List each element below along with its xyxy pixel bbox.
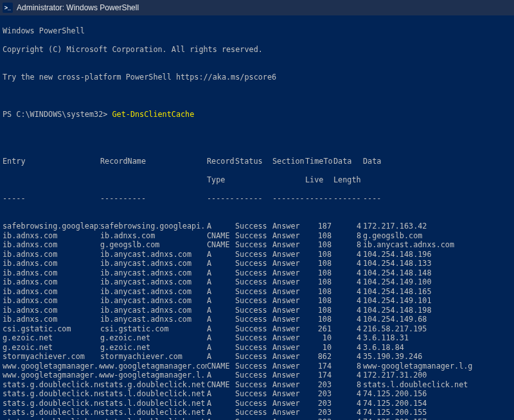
cell-recordname: ib.anycast.adnxs.com (100, 259, 207, 268)
cell-recordname: g.ezoic.net (100, 343, 207, 353)
cell-recordname: ib.anycast.adnxs.com (100, 296, 207, 306)
cell-recordtype: A (207, 306, 235, 315)
table-row: ib.adnxs.comib.anycast.adnxs.comASuccess… (3, 296, 511, 306)
table-row: ib.adnxs.comib.anycast.adnxs.comASuccess… (3, 259, 511, 268)
cell-entry: www.googletagmanager.com (3, 371, 100, 380)
cell-status: Success (235, 231, 272, 241)
cell-data: 74.125.200.156 (363, 389, 472, 399)
cell-recordname: www-googletagmanager.l... (100, 371, 207, 380)
table-row: ib.adnxs.comg.geogslb.comCNAMESuccessAns… (3, 240, 511, 250)
cell-section: Answer (272, 371, 305, 380)
cell-recordtype: A (207, 324, 235, 334)
cell-recordtype: A (207, 315, 235, 324)
window-title: Administrator: Windows PowerShell (17, 3, 139, 12)
cell-data: 3.6.18.84 (363, 343, 472, 353)
cell-section: Answer (272, 343, 305, 353)
cell-datalength: 4 (333, 287, 363, 297)
table-row: g.ezoic.netg.ezoic.netASuccessAnswer1043… (3, 343, 511, 353)
col-datalength: Data (333, 157, 363, 166)
table-row: stats.g.doubleclick.netstats.l.doublecli… (3, 408, 511, 417)
table-row: stormyachiever.comstormyachiever.comASuc… (3, 352, 511, 362)
cell-datalength: 4 (333, 277, 363, 287)
cell-timeto: 261 (305, 324, 333, 334)
cell-section: Answer (272, 362, 305, 371)
cell-data: 74.125.200.157 (363, 417, 472, 421)
table-header-dashes: ----- ---------- ------ ------ ------- -… (3, 194, 511, 204)
cell-section: Answer (272, 268, 305, 278)
col-entry: Entry (3, 157, 100, 166)
cell-data: 104.254.148.165 (363, 287, 472, 297)
cell-section: Answer (272, 287, 305, 297)
cell-status: Success (235, 389, 272, 399)
table-row: safebrowsing.googleapi...safebrowsing.go… (3, 222, 511, 231)
table-row: csi.gstatic.comcsi.gstatic.comASuccessAn… (3, 324, 511, 334)
cell-timeto: 108 (305, 315, 333, 324)
table-header-row-2: Type Live Length (3, 175, 511, 185)
cell-datalength: 4 (333, 306, 363, 315)
cell-recordtype: CNAME (207, 380, 235, 390)
prompt-path: PS C:\WINDOWS\system32> (3, 110, 112, 119)
cell-entry: ib.adnxs.com (3, 277, 100, 287)
cell-timeto: 862 (305, 352, 333, 362)
cell-recordname: ib.anycast.adnxs.com (100, 287, 207, 297)
cell-entry: ib.adnxs.com (3, 240, 100, 250)
cell-status: Success (235, 399, 272, 408)
col-status: Status (235, 157, 272, 166)
cell-section: Answer (272, 380, 305, 390)
cell-status: Success (235, 417, 272, 421)
cell-timeto: 108 (305, 250, 333, 259)
cell-entry: stats.g.doubleclick.net (3, 389, 100, 399)
cell-entry: ib.adnxs.com (3, 287, 100, 297)
cell-recordname: stats.g.doubleclick.net (100, 380, 207, 390)
cell-status: Success (235, 324, 272, 334)
cell-datalength: 4 (333, 417, 363, 421)
cell-datalength: 4 (333, 343, 363, 353)
cell-timeto: 203 (305, 417, 333, 421)
cell-data: 104.254.149.68 (363, 315, 472, 324)
window-titlebar[interactable]: >_ Administrator: Windows PowerShell (0, 0, 514, 15)
cell-data: g.geogslb.com (363, 231, 472, 241)
cell-data: 74.125.200.154 (363, 399, 472, 408)
table-row: stats.g.doubleclick.netstats.l.doublecli… (3, 399, 511, 408)
cell-recordname: ib.anycast.adnxs.com (100, 268, 207, 278)
cell-section: Answer (272, 240, 305, 250)
cell-section: Answer (272, 277, 305, 287)
col-timeto: TimeTo (305, 157, 333, 166)
cell-recordtype: A (207, 352, 235, 362)
cell-recordtype: A (207, 259, 235, 268)
cell-section: Answer (272, 315, 305, 324)
cell-recordtype: CNAME (207, 362, 235, 371)
cell-status: Success (235, 259, 272, 268)
terminal-body[interactable]: Windows PowerShell Copyright (C) Microso… (0, 15, 514, 420)
cell-section: Answer (272, 250, 305, 259)
cell-data: 104.254.148.196 (363, 250, 472, 259)
cell-recordtype: A (207, 417, 235, 421)
cell-datalength: 8 (333, 231, 363, 241)
table-body: safebrowsing.googleapi...safebrowsing.go… (3, 222, 511, 420)
cell-recordname: stats.l.doubleclick.net (100, 417, 207, 421)
cell-data: 172.217.163.42 (363, 222, 472, 231)
cell-timeto: 174 (305, 371, 333, 380)
cell-status: Success (235, 380, 272, 390)
cell-datalength: 4 (333, 268, 363, 278)
banner-copyright: Copyright (C) Microsoft Corporation. All… (3, 45, 511, 55)
table-row: ib.adnxs.comib.anycast.adnxs.comASuccess… (3, 277, 511, 287)
cell-status: Success (235, 333, 272, 343)
cell-data: 104.254.149.101 (363, 296, 472, 306)
table-header-row-1: Entry RecordName Record Status Section T… (3, 157, 511, 166)
cell-data: 104.254.148.133 (363, 259, 472, 268)
cell-timeto: 108 (305, 259, 333, 268)
cell-section: Answer (272, 306, 305, 315)
cell-timeto: 187 (305, 222, 333, 231)
cell-recordname: safebrowsing.googleapi... (100, 222, 207, 231)
cell-section: Answer (272, 399, 305, 408)
cell-datalength: 4 (333, 250, 363, 259)
cell-section: Answer (272, 352, 305, 362)
cell-section: Answer (272, 259, 305, 268)
powershell-icon: >_ (3, 3, 13, 13)
cell-data: 35.190.39.246 (363, 352, 472, 362)
cell-timeto: 10 (305, 333, 333, 343)
cell-entry: ib.adnxs.com (3, 315, 100, 324)
cell-entry: www.googletagmanager.com (3, 362, 100, 371)
cell-section: Answer (272, 417, 305, 421)
